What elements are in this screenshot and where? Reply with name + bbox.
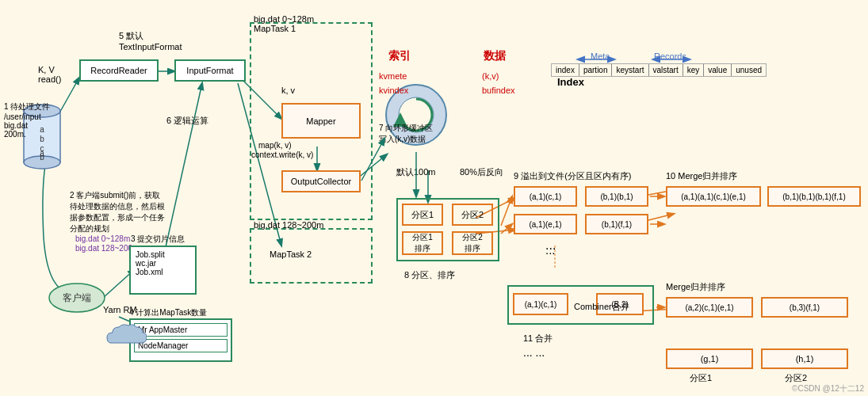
percent-80-label: 80%后反向 <box>460 166 503 178</box>
combiner-left-text: (a,1)(c,1) <box>525 300 557 309</box>
table-value: value <box>704 64 732 76</box>
merge-sort2-label: Merge归并排序 <box>666 281 725 293</box>
svg-line-33 <box>501 196 512 226</box>
logic-op-label: 6 逻辑运算 <box>166 115 208 127</box>
spill-r2-left: (a,1)(e,1) <box>514 214 577 234</box>
spill-label: 9 溢出到文件(分区且区内有序) <box>514 170 632 182</box>
kv-arrow-label: k, v <box>281 86 295 95</box>
file-info1-label: big.dat 0~128m <box>75 234 130 243</box>
maptask1-label: MapTask 1 <box>254 24 296 33</box>
combiner-label-text: Combiner合并 <box>574 301 629 313</box>
partition1-sort-box: 分区1 排序 <box>402 231 443 255</box>
final-right-box: (h,1) <box>761 348 848 369</box>
final-left-box: (g,1) <box>666 348 753 369</box>
output-collector-text: OutputCollector <box>291 177 351 186</box>
context-write-label: context.write(k, v) <box>251 150 313 159</box>
partition2-box: 分区2 <box>452 204 493 226</box>
partition2-sort-box: 分区2 排序 <box>452 231 493 255</box>
partition1-text: 分区1 <box>411 209 434 221</box>
inputformat-text: InputFormat <box>186 66 233 75</box>
partition1-sort-text: 分区1 排序 <box>412 232 433 254</box>
write-buffer-label: 7 向环形缓冲区写入(k,v)数据 <box>379 123 433 145</box>
partition2-sort-text: 分区2 排序 <box>462 232 483 254</box>
merge-sort-label: 10 Merge归并排序 <box>666 170 737 182</box>
svg-text:b: b <box>40 153 44 162</box>
job-split-text: Job.split wc.jar Job.xml <box>136 250 190 276</box>
mr-appmaster-text: Mr AppMaster <box>134 323 228 337</box>
pending-file-label: 1 待处理文件/user/inputbig.dat200m. <box>4 101 50 139</box>
merge-r2-right: (b,3)(f,1) <box>761 297 848 318</box>
combiner-left-box: (a,1)(c,1) <box>513 293 568 315</box>
merge-r1-left-text: (a,1)(a,1)(c,1)(e,1) <box>681 192 746 201</box>
table-keystart: keystart <box>612 64 648 76</box>
bufindex-label: bufindex <box>482 86 515 95</box>
yarn-rm-label: Yarn RM <box>103 305 137 314</box>
table-valstart: valstart <box>649 64 683 76</box>
diagram: big.dat 0~128m MapTask 1 InputFormat Rec… <box>0 0 868 396</box>
partition-outer-box: 分区1 分区2 分区1 排序 分区2 排序 <box>396 198 499 261</box>
spill-r1-right: (b,1)(b,1) <box>585 186 648 207</box>
spill-r1-left-text: (a,1)(c,1) <box>530 192 562 201</box>
cloud <box>103 315 147 352</box>
index-label: 索引 <box>388 49 411 63</box>
kv-read-label: K, Vread() <box>38 65 61 84</box>
partition-label3: 分区1 <box>690 372 712 384</box>
nodemanager-text: NodeManager <box>134 339 228 352</box>
meta-label: Meta <box>591 51 610 61</box>
dots2: ··· <box>545 246 556 259</box>
partition2-text: 分区2 <box>461 209 484 221</box>
kvmete-label: kvmete <box>379 71 407 81</box>
mapper-text: Mapper <box>306 116 335 126</box>
merge-r1-right-text: (b,1)(b,1)(b,1)(f,1) <box>782 192 845 201</box>
combine-11-label: 11 合并 <box>523 333 553 345</box>
mapper-box: Mapper <box>281 103 361 139</box>
inputformat-box: InputFormat <box>174 59 246 82</box>
partition1-box: 分区1 <box>402 204 443 226</box>
client-submit-label: 2 客户端submit()前，获取待处理数据的信息，然后根据参数配置，形成一个任… <box>70 190 181 234</box>
table-partion: partion <box>579 64 613 76</box>
dots3: ··· ··· <box>523 348 545 361</box>
svg-line-34 <box>501 224 512 234</box>
spill-r1-left: (a,1)(c,1) <box>514 186 577 207</box>
recordreader-box: RecordReader <box>79 59 159 82</box>
maptask2-label: MapTask 2 <box>270 249 312 259</box>
table-index: index <box>552 64 579 76</box>
kv-data-label: (k,v) <box>482 71 499 81</box>
default-textinputformat-label: 5 默认 TextInputFormat <box>119 30 182 51</box>
final-left-text: (g,1) <box>701 354 719 364</box>
merge-r2-right-text: (b,3)(f,1) <box>790 303 820 312</box>
merge-r1-right: (b,1)(b,1)(b,1)(f,1) <box>767 186 861 207</box>
submit-info-label: 3 提交切片信息 <box>131 234 185 245</box>
merge-r1-left: (a,1)(a,1)(c,1)(e,1) <box>666 186 761 207</box>
final-right-text: (h,1) <box>796 354 814 364</box>
recordreader-text: RecordReader <box>90 66 147 75</box>
table-key: key <box>683 64 705 76</box>
combiner-outer-box: (a,1)(c,1) (B,2) Combiner合并 <box>507 285 654 325</box>
records-label: Records <box>654 51 686 61</box>
spill-r2-right: (b,1)(f,1) <box>585 214 648 234</box>
spill-r2-left-text: (a,1)(e,1) <box>529 220 561 229</box>
output-collector-box: OutputCollector <box>281 170 361 192</box>
partition-sort-label: 8 分区、排序 <box>404 269 455 281</box>
default-100m-label: 默认100m <box>396 166 436 178</box>
merge-r2-left: (a,2)(c,1)(e,1) <box>666 297 753 318</box>
job-split-box: Job.split wc.jar Job.xml <box>129 246 197 295</box>
client-ellipse: 客户端 <box>48 281 107 316</box>
mapkv-label: map(k, v) <box>258 141 292 150</box>
footer: ©CSDN @12十二12 <box>792 383 864 394</box>
spill-r2-right-text: (b,1)(f,1) <box>602 220 632 229</box>
table-unused: unused <box>732 64 766 76</box>
partition-label4: 分区2 <box>785 372 807 384</box>
data-label: 数据 <box>484 49 506 63</box>
spill-r1-right-text: (b,1)(b,1) <box>600 192 633 201</box>
kvindex-label: kvindex <box>379 86 408 95</box>
meta-records-table: index partion keystart valstart key valu… <box>551 63 767 77</box>
svg-text:客户端: 客户端 <box>63 292 91 303</box>
index-box-label: Index <box>557 76 584 88</box>
merge-r2-left-text: (a,2)(c,1)(e,1) <box>685 303 733 312</box>
